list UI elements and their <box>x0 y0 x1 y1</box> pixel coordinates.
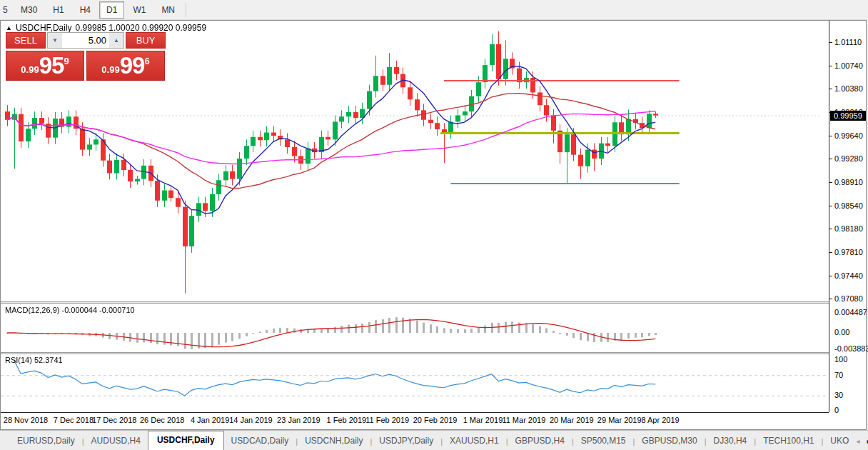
timeframe-button-W1[interactable]: W1 <box>126 1 153 19</box>
toolbar-divider <box>186 3 186 17</box>
price-axis-label: 0.98180 <box>834 224 863 233</box>
chart-tab-dj30-h4[interactable]: DJ30,H4 <box>707 432 755 450</box>
price-axis-tick <box>829 252 832 253</box>
price-axis-label: 1.00380 <box>834 84 863 93</box>
price-axis-label: 0.99280 <box>834 154 863 163</box>
timeframe-button-H1[interactable]: H1 <box>46 1 71 19</box>
price-axis[interactable]: 0.99959 1.011101.007401.003801.000100.99… <box>829 21 866 412</box>
macd-axis-label: 0.00 <box>834 328 849 336</box>
chart-tab-gbpusd-h4[interactable]: GBPUSD,H4 <box>508 432 572 450</box>
sell-price-button[interactable]: 0.99 95 9 <box>6 51 84 81</box>
date-axis-label: 23 Jan 2019 <box>277 416 321 424</box>
chart-tab-usdcnh-daily[interactable]: USDCNH,Daily <box>298 432 370 450</box>
price-axis-tick <box>829 66 832 66</box>
volume-down-icon[interactable]: ▼ <box>48 33 62 48</box>
sell-price-big: 95 <box>39 53 64 79</box>
price-axis-tick <box>829 229 832 229</box>
volume-stepper: ▼ ▲ <box>47 32 124 49</box>
price-axis-tick <box>829 136 832 136</box>
chart-tab-eurusd-daily[interactable]: EURUSD,Daily <box>10 432 82 450</box>
macd-axis-label: -0.003883 <box>834 344 868 353</box>
price-axis-label: 0.99640 <box>834 131 863 140</box>
price-axis-label: 0.97080 <box>834 294 863 303</box>
collapse-triangle-icon[interactable]: ▲ <box>6 24 12 31</box>
timeframe-button-5[interactable]: 5 <box>1 1 12 19</box>
date-axis-label: 20 Mar 2019 <box>550 416 594 424</box>
chart-tab-uko[interactable]: UKO <box>823 432 856 450</box>
date-axis-label: 20 Feb 2019 <box>413 416 458 424</box>
rsi-axis-label: 0 <box>834 406 839 414</box>
date-axis-label: 1 Feb 2019 <box>326 416 366 424</box>
date-axis-label: 28 Nov 2018 <box>4 416 48 424</box>
macd-axis-label: 0.004487 <box>834 308 867 316</box>
macd-label: MACD(12,26,9) -0.000044 -0.000710 <box>5 306 135 314</box>
sell-price-prefix: 0.99 <box>21 64 39 75</box>
chart-tab-xauusd-h1[interactable]: XAUUSD,H1 <box>443 432 506 450</box>
rsi-pane-canvas[interactable] <box>1 354 829 412</box>
pane-resize-handle-1[interactable] <box>1 301 829 304</box>
date-axis-label: 29 Mar 2019 <box>597 416 642 424</box>
chart-ohlc-values: 0.99985 1.00020 0.99920 0.99959 <box>76 23 207 33</box>
date-axis-label: 8 Apr 2019 <box>641 416 679 424</box>
price-axis-label: 0.98540 <box>834 201 863 210</box>
price-axis-tick <box>829 182 832 183</box>
timeframe-toolbar: 5M30H1H4D1W1MN <box>0 0 868 20</box>
chart-tab-sp500-m15[interactable]: SP500,M15 <box>574 432 633 450</box>
chart-tab-bar: EURUSD,Daily|AUDUSD,H4USDCHF,DailyUSDCAD… <box>0 430 868 450</box>
timeframe-button-D1[interactable]: D1 <box>99 1 124 19</box>
price-axis-tick <box>829 206 832 206</box>
price-axis-tick <box>829 42 832 43</box>
chart-window: ▲ USDCHF,Daily 0.99985 1.00020 0.99920 0… <box>0 20 867 430</box>
price-axis-tick <box>829 276 832 276</box>
buy-price-big: 99 <box>120 53 145 79</box>
buy-button[interactable]: BUY <box>126 32 166 49</box>
tabs-scroll-left-icon[interactable]: ◂ <box>856 437 859 445</box>
price-axis-tick <box>829 89 832 89</box>
date-axis-label: 7 Dec 2018 <box>54 416 94 424</box>
buy-price-button[interactable]: 0.99 99 6 <box>86 51 165 81</box>
timeframe-button-M30[interactable]: M30 <box>14 1 44 19</box>
date-axis-label: 4 Jan 2019 <box>191 416 229 424</box>
chart-tab-tech100-h1[interactable]: TECH100,H1 <box>756 432 821 450</box>
price-axis-label: 0.97810 <box>834 248 863 256</box>
date-axis-label: 11 Feb 2019 <box>365 416 409 424</box>
date-axis[interactable]: 28 Nov 20187 Dec 201817 Dec 201826 Dec 2… <box>1 412 829 429</box>
price-axis-label: 1.00740 <box>834 61 863 70</box>
chart-tab-usdchf-daily[interactable]: USDCHF,Daily <box>148 431 224 450</box>
chart-symbol-label: USDCHF,Daily <box>16 23 72 33</box>
date-axis-label: 17 Dec 2018 <box>92 416 136 424</box>
buy-price-prefix: 0.99 <box>101 64 119 75</box>
chart-title: ▲ USDCHF,Daily 0.99985 1.00020 0.99920 0… <box>6 23 206 33</box>
date-axis-label: 1 Mar 2019 <box>463 416 503 424</box>
date-axis-label: 14 Jan 2019 <box>229 416 273 424</box>
volume-up-icon[interactable]: ▲ <box>109 33 123 48</box>
date-axis-label: 26 Dec 2018 <box>140 416 184 424</box>
price-axis-tick <box>829 299 832 299</box>
chart-tab-gbpusd-m30[interactable]: GBPUSD,M30 <box>635 432 704 450</box>
volume-input[interactable] <box>62 33 109 48</box>
rsi-label: RSI(14) 52.3741 <box>5 356 63 364</box>
rsi-axis-label: 100 <box>834 355 847 364</box>
rsi-axis-label: 70 <box>834 371 843 379</box>
sell-button[interactable]: SELL <box>6 32 46 49</box>
rsi-axis-label: 30 <box>834 391 843 399</box>
sell-price-pip: 9 <box>64 56 69 66</box>
current-price-tag: 0.99959 <box>830 111 866 121</box>
price-axis-label: 1.01110 <box>834 38 862 46</box>
chart-tab-audusd-h4[interactable]: AUDUSD,H4 <box>84 432 148 450</box>
chart-tab-usdjpy-daily[interactable]: USDJPY,Daily <box>372 432 440 450</box>
chart-tab-usdcad-daily[interactable]: USDCAD,Daily <box>224 432 296 450</box>
timeframe-button-H4[interactable]: H4 <box>73 1 98 19</box>
timeframe-button-MN[interactable]: MN <box>154 1 182 19</box>
price-axis-tick <box>829 159 832 159</box>
buy-price-pip: 6 <box>144 56 149 66</box>
price-axis-label: 0.97440 <box>834 271 863 280</box>
date-axis-label: 11 Mar 2019 <box>502 416 545 424</box>
price-axis-label: 0.98910 <box>834 178 863 186</box>
one-click-trade-panel: SELL ▼ ▲ BUY 0.99 95 9 0.99 99 6 <box>6 32 166 81</box>
